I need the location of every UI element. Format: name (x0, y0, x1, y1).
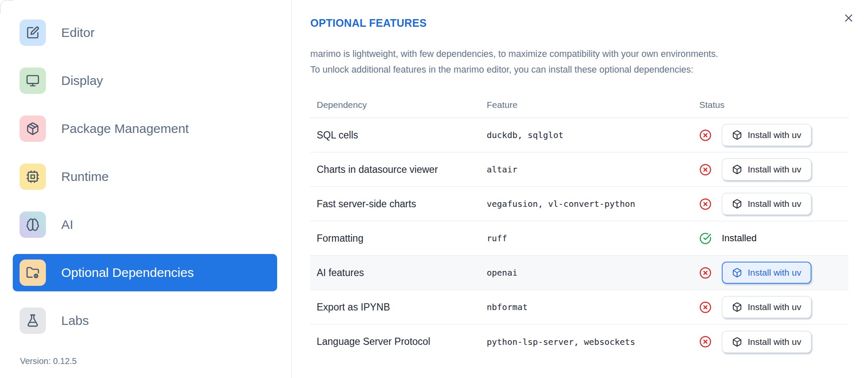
installed-status-label: Installed (722, 233, 757, 244)
feature-cell: duckdb, sqlglot (487, 130, 699, 140)
package-icon (20, 116, 46, 142)
install-button-label: Install with uv (748, 337, 801, 347)
box-icon (732, 130, 742, 140)
table-row: Fast server-side charts vegafusion, vl-c… (310, 187, 848, 221)
close-button[interactable] (841, 10, 856, 25)
column-header-dependency: Dependency (317, 100, 487, 110)
circle-x-icon (699, 267, 712, 279)
status-cell: Install with uv (699, 262, 848, 284)
install-with-uv-button[interactable]: Install with uv (722, 158, 811, 181)
dependency-cell: Fast server-side charts (317, 198, 487, 210)
install-button-label: Install with uv (748, 268, 801, 278)
box-icon (732, 199, 742, 209)
install-button-label: Install with uv (748, 199, 801, 209)
status-cell: Install with uv (699, 331, 848, 353)
install-with-uv-button[interactable]: Install with uv (722, 296, 811, 318)
dependency-cell: Formatting (317, 233, 487, 244)
feature-cell: openai (487, 268, 699, 278)
install-with-uv-button[interactable]: Install with uv (722, 193, 811, 215)
install-with-uv-button[interactable]: Install with uv (722, 124, 811, 146)
version-label: Version: 0.12.5 (20, 356, 77, 366)
dependency-cell: Language Server Protocol (317, 336, 487, 347)
install-button-label: Install with uv (748, 130, 801, 140)
table-row: Charts in datasource viewer altair Insta… (310, 152, 848, 187)
sidebar-item-editor[interactable]: Editor (13, 14, 277, 51)
settings-dialog: Editor Display Package Management Runtim… (0, 0, 868, 378)
flask-icon (20, 307, 46, 334)
dependency-cell: AI features (317, 267, 487, 279)
intro-line-1: marimo is lightweight, with few dependen… (310, 49, 718, 59)
intro-text: marimo is lightweight, with few dependen… (310, 46, 848, 78)
dependency-cell: SQL cells (317, 130, 487, 141)
box-icon (732, 164, 742, 175)
table-row: Export as IPYNB nbformat Install with uv (310, 290, 848, 324)
status-cell: Install with uv (699, 193, 848, 215)
edit-icon (20, 20, 46, 46)
cpu-icon (20, 164, 46, 190)
intro-line-2: To unlock additional features in the mar… (310, 65, 693, 75)
circle-x-icon (699, 198, 712, 210)
status-cell: Install with uv (699, 124, 848, 146)
install-button-label: Install with uv (748, 164, 801, 175)
sidebar-item-display[interactable]: Display (13, 62, 277, 99)
feature-cell: nbformat (487, 302, 699, 312)
sidebar-item-package-management[interactable]: Package Management (13, 110, 277, 147)
sidebar-item-label: Display (61, 73, 103, 88)
sidebar-nav: Editor Display Package Management Runtim… (0, 14, 291, 339)
feature-cell: ruff (487, 233, 699, 243)
sidebar-item-labs[interactable]: Labs (13, 302, 277, 339)
dependency-cell: Export as IPYNB (317, 302, 487, 313)
sidebar-item-label: Editor (61, 25, 94, 40)
status-cell: Install with uv (699, 158, 848, 181)
optional-features-panel: OPTIONAL FEATURES marimo is lightweight,… (292, 0, 868, 378)
sidebar-item-runtime[interactable]: Runtime (13, 158, 277, 195)
monitor-icon (20, 68, 46, 94)
box-icon (732, 268, 742, 278)
column-header-feature: Feature (487, 100, 699, 110)
feature-cell: vegafusion, vl-convert-python (487, 199, 699, 209)
sidebar-item-label: Runtime (61, 169, 109, 184)
table-row: Language Server Protocol python-lsp-serv… (310, 324, 848, 359)
box-icon (732, 337, 742, 347)
circle-check-icon (699, 232, 712, 245)
circle-x-icon (699, 301, 712, 313)
table-row: AI features openai Install with uv (310, 256, 848, 290)
dependency-cell: Charts in datasource viewer (317, 164, 487, 175)
table-body: SQL cells duckdb, sqlglot Install with u… (310, 118, 848, 359)
folder-cog-icon (20, 260, 46, 286)
close-icon (842, 12, 855, 24)
sidebar-item-label: Labs (61, 313, 89, 328)
status-cell: Installed (699, 232, 848, 245)
dependencies-table: Dependency Feature Status SQL cells duck… (310, 93, 848, 359)
circle-x-icon (699, 336, 712, 348)
sidebar-item-label: AI (61, 217, 73, 232)
install-with-uv-button[interactable]: Install with uv (722, 331, 811, 353)
brain-icon (20, 212, 46, 238)
sidebar-item-ai[interactable]: AI (13, 206, 277, 243)
column-header-status: Status (699, 100, 848, 110)
status-cell: Install with uv (699, 296, 848, 318)
sidebar-item-label: Package Management (61, 121, 189, 136)
sidebar-item-optional-dependencies[interactable]: Optional Dependencies (13, 254, 277, 291)
circle-x-icon (699, 164, 712, 176)
table-row: SQL cells duckdb, sqlglot Install with u… (310, 118, 848, 152)
box-icon (732, 302, 742, 312)
sidebar: Editor Display Package Management Runtim… (0, 0, 292, 378)
sidebar-item-label: Optional Dependencies (61, 265, 194, 280)
feature-cell: altair (487, 164, 699, 175)
page-title: OPTIONAL FEATURES (310, 17, 848, 29)
install-with-uv-button[interactable]: Install with uv (722, 262, 811, 284)
table-header-row: Dependency Feature Status (310, 93, 848, 118)
table-row: Formatting ruff Installed (310, 221, 848, 256)
circle-x-icon (699, 129, 712, 141)
feature-cell: python-lsp-server, websockets (487, 337, 699, 347)
install-button-label: Install with uv (748, 302, 801, 312)
